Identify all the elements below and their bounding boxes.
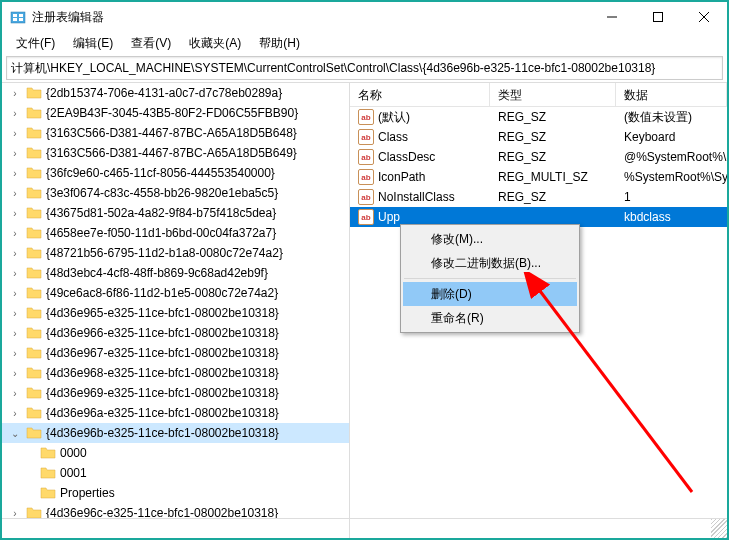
- menu-file[interactable]: 文件(F): [8, 33, 63, 54]
- header-data[interactable]: 数据: [616, 83, 727, 106]
- value-data: Keyboard: [624, 130, 675, 144]
- ctx-modify-binary[interactable]: 修改二进制数据(B)...: [403, 251, 577, 275]
- expand-icon[interactable]: ›: [8, 266, 22, 280]
- address-bar[interactable]: 计算机\HKEY_LOCAL_MACHINE\SYSTEM\CurrentCon…: [6, 56, 723, 80]
- tree-panel[interactable]: ›{2db15374-706e-4131-a0c7-d7c78eb0289a}›…: [2, 83, 350, 518]
- value-data: kbdclass: [624, 210, 671, 224]
- app-icon: [10, 9, 26, 25]
- tree-item[interactable]: ›{48d3ebc4-4cf8-48ff-b869-9c68ad42eb9f}: [2, 263, 349, 283]
- value-type: REG_SZ: [498, 190, 546, 204]
- tree-item-label: {2EA9B43F-3045-43B5-80F2-FD06C55FBB90}: [46, 106, 298, 120]
- value-name: ClassDesc: [378, 150, 435, 164]
- tree-item-label: {4d36e96b-e325-11ce-bfc1-08002be10318}: [46, 426, 279, 440]
- tree-item-label: {43675d81-502a-4a82-9f84-b75f418c5dea}: [46, 206, 276, 220]
- list-row[interactable]: abIconPathREG_MULTI_SZ%SystemRoot%\Sys: [350, 167, 727, 187]
- tree-item-label: {48721b56-6795-11d2-b1a8-0080c72e74a2}: [46, 246, 283, 260]
- folder-icon: [26, 306, 42, 320]
- list-row[interactable]: abClassDescREG_SZ@%SystemRoot%\S: [350, 147, 727, 167]
- folder-icon: [26, 326, 42, 340]
- list-row[interactable]: abNoInstallClassREG_SZ1: [350, 187, 727, 207]
- window-title: 注册表编辑器: [32, 9, 589, 26]
- folder-icon: [26, 406, 42, 420]
- expand-icon[interactable]: ›: [8, 346, 22, 360]
- expand-icon[interactable]: ›: [8, 106, 22, 120]
- reg-string-icon: ab: [358, 129, 374, 145]
- expand-icon[interactable]: ›: [8, 286, 22, 300]
- tree-item[interactable]: ›{4d36e969-e325-11ce-bfc1-08002be10318}: [2, 383, 349, 403]
- reg-string-icon: ab: [358, 189, 374, 205]
- expand-icon[interactable]: ›: [8, 386, 22, 400]
- collapse-icon[interactable]: ⌄: [8, 426, 22, 440]
- tree-item-label: {4d36e967-e325-11ce-bfc1-08002be10318}: [46, 346, 279, 360]
- tree-item[interactable]: 0000: [2, 443, 349, 463]
- tree-item[interactable]: ›{4658ee7e-f050-11d1-b6bd-00c04fa372a7}: [2, 223, 349, 243]
- expand-icon[interactable]: ›: [8, 206, 22, 220]
- tree-item[interactable]: ›{36fc9e60-c465-11cf-8056-444553540000}: [2, 163, 349, 183]
- context-menu: 修改(M)... 修改二进制数据(B)... 删除(D) 重命名(R): [400, 224, 580, 333]
- expand-icon[interactable]: ›: [8, 406, 22, 420]
- list-row[interactable]: abClassREG_SZKeyboard: [350, 127, 727, 147]
- tree-item[interactable]: ›{4d36e968-e325-11ce-bfc1-08002be10318}: [2, 363, 349, 383]
- tree-item-label: {3e3f0674-c83c-4558-bb26-9820e1eba5c5}: [46, 186, 278, 200]
- tree-item[interactable]: ›{4d36e96a-e325-11ce-bfc1-08002be10318}: [2, 403, 349, 423]
- folder-icon: [26, 366, 42, 380]
- tree-item[interactable]: ›{3163C566-D381-4467-87BC-A65A18D5B648}: [2, 123, 349, 143]
- menu-help[interactable]: 帮助(H): [251, 33, 308, 54]
- tree-item[interactable]: ›{4d36e966-e325-11ce-bfc1-08002be10318}: [2, 323, 349, 343]
- expand-icon[interactable]: ›: [8, 86, 22, 100]
- expand-icon[interactable]: ›: [8, 126, 22, 140]
- folder-icon: [26, 386, 42, 400]
- reg-string-icon: ab: [358, 149, 374, 165]
- tree-item[interactable]: ⌄{4d36e96b-e325-11ce-bfc1-08002be10318}: [2, 423, 349, 443]
- tree-item-label: {49ce6ac8-6f86-11d2-b1e5-0080c72e74a2}: [46, 286, 278, 300]
- ctx-modify[interactable]: 修改(M)...: [403, 227, 577, 251]
- maximize-button[interactable]: [635, 2, 681, 32]
- tree-item[interactable]: ›{3e3f0674-c83c-4558-bb26-9820e1eba5c5}: [2, 183, 349, 203]
- value-data: @%SystemRoot%\S: [624, 150, 727, 164]
- tree-item[interactable]: ›{4d36e965-e325-11ce-bfc1-08002be10318}: [2, 303, 349, 323]
- tree-item[interactable]: ›{4d36e96c-e325-11ce-bfc1-08002be10318}: [2, 503, 349, 518]
- expand-icon[interactable]: ›: [8, 326, 22, 340]
- svg-rect-1: [13, 14, 17, 17]
- tree-item[interactable]: 0001: [2, 463, 349, 483]
- tree-item[interactable]: ›{48721b56-6795-11d2-b1a8-0080c72e74a2}: [2, 243, 349, 263]
- tree-item[interactable]: ›{2EA9B43F-3045-43B5-80F2-FD06C55FBB90}: [2, 103, 349, 123]
- value-data: 1: [624, 190, 631, 204]
- address-path: 计算机\HKEY_LOCAL_MACHINE\SYSTEM\CurrentCon…: [11, 60, 655, 77]
- tree-item-label: {4d36e965-e325-11ce-bfc1-08002be10318}: [46, 306, 279, 320]
- expand-icon[interactable]: ›: [8, 246, 22, 260]
- expand-icon[interactable]: ›: [8, 506, 22, 518]
- expand-icon[interactable]: ›: [8, 186, 22, 200]
- tree-item-label: {48d3ebc4-4cf8-48ff-b869-9c68ad42eb9f}: [46, 266, 268, 280]
- header-name[interactable]: 名称: [350, 83, 490, 106]
- menu-view[interactable]: 查看(V): [123, 33, 179, 54]
- expand-icon[interactable]: ›: [8, 166, 22, 180]
- expand-icon[interactable]: ›: [8, 226, 22, 240]
- tree-item[interactable]: ›{3163C566-D381-4467-87BC-A65A18D5B649}: [2, 143, 349, 163]
- tree-item-label: {3163C566-D381-4467-87BC-A65A18D5B648}: [46, 126, 297, 140]
- tree-item[interactable]: ›{49ce6ac8-6f86-11d2-b1e5-0080c72e74a2}: [2, 283, 349, 303]
- close-button[interactable]: [681, 2, 727, 32]
- expand-icon[interactable]: ›: [8, 306, 22, 320]
- folder-icon: [26, 246, 42, 260]
- menu-favorites[interactable]: 收藏夹(A): [181, 33, 249, 54]
- svg-rect-3: [13, 18, 17, 21]
- expand-icon[interactable]: ›: [8, 366, 22, 380]
- ctx-rename[interactable]: 重命名(R): [403, 306, 577, 330]
- folder-icon: [26, 86, 42, 100]
- tree-item[interactable]: ›{2db15374-706e-4131-a0c7-d7c78eb0289a}: [2, 83, 349, 103]
- expand-icon[interactable]: ›: [8, 146, 22, 160]
- tree-item[interactable]: ›{4d36e967-e325-11ce-bfc1-08002be10318}: [2, 343, 349, 363]
- resize-grip[interactable]: [711, 519, 727, 538]
- folder-icon: [26, 346, 42, 360]
- ctx-delete[interactable]: 删除(D): [403, 282, 577, 306]
- folder-icon: [26, 166, 42, 180]
- reg-string-icon: ab: [358, 209, 374, 225]
- menu-edit[interactable]: 编辑(E): [65, 33, 121, 54]
- tree-item[interactable]: ›{43675d81-502a-4a82-9f84-b75f418c5dea}: [2, 203, 349, 223]
- minimize-button[interactable]: [589, 2, 635, 32]
- header-type[interactable]: 类型: [490, 83, 616, 106]
- tree-item[interactable]: Properties: [2, 483, 349, 503]
- list-row[interactable]: ab(默认)REG_SZ(数值未设置): [350, 107, 727, 127]
- svg-rect-6: [654, 13, 663, 22]
